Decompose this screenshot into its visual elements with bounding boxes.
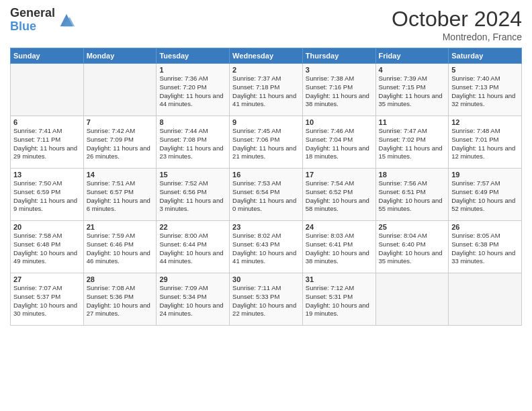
calendar-cell: 7Sunrise: 7:42 AMSunset: 7:09 PMDaylight… (83, 116, 157, 169)
day-info: Sunrise: 7:48 AMSunset: 7:01 PMDaylight:… (451, 127, 519, 161)
week-row-1: 1Sunrise: 7:36 AMSunset: 7:20 PMDaylight… (11, 64, 522, 116)
calendar-cell: 21Sunrise: 7:59 AMSunset: 6:46 PMDayligh… (83, 221, 157, 273)
week-row-2: 6Sunrise: 7:41 AMSunset: 7:11 PMDaylight… (11, 116, 522, 169)
day-info: Sunrise: 7:50 AMSunset: 6:59 PMDaylight:… (13, 179, 81, 214)
day-header-sunday: Sunday (11, 48, 84, 64)
day-info: Sunrise: 7:51 AMSunset: 6:57 PMDaylight:… (87, 179, 154, 214)
calendar-cell: 11Sunrise: 7:47 AMSunset: 7:02 PMDayligh… (375, 116, 449, 169)
calendar-cell: 17Sunrise: 7:54 AMSunset: 6:52 PMDayligh… (302, 169, 375, 221)
day-info: Sunrise: 8:03 AMSunset: 6:41 PMDaylight:… (306, 232, 373, 266)
calendar-cell: 2Sunrise: 7:37 AMSunset: 7:18 PMDaylight… (230, 64, 303, 116)
logo-general: General (10, 7, 55, 20)
day-number: 4 (379, 66, 446, 74)
logo-text: General Blue (10, 7, 55, 34)
day-header-thursday: Thursday (302, 48, 375, 64)
day-number: 29 (159, 275, 226, 283)
day-info: Sunrise: 7:36 AMSunset: 7:20 PMDaylight:… (159, 75, 226, 109)
day-info: Sunrise: 7:09 AMSunset: 5:34 PMDaylight:… (159, 284, 226, 318)
day-info: Sunrise: 7:52 AMSunset: 6:56 PMDaylight:… (159, 179, 226, 214)
header-row: SundayMondayTuesdayWednesdayThursdayFrid… (11, 48, 522, 64)
day-header-tuesday: Tuesday (157, 48, 230, 64)
day-info: Sunrise: 7:11 AMSunset: 5:33 PMDaylight:… (232, 284, 300, 318)
day-info: Sunrise: 7:42 AMSunset: 7:09 PMDaylight:… (87, 127, 154, 161)
main-container: General Blue October 2024 Montredon, Fra… (0, 0, 532, 332)
calendar-cell (449, 273, 522, 326)
day-number: 3 (306, 66, 373, 74)
day-info: Sunrise: 7:38 AMSunset: 7:16 PMDaylight:… (306, 75, 373, 109)
calendar-cell: 8Sunrise: 7:44 AMSunset: 7:08 PMDaylight… (157, 116, 230, 169)
day-info: Sunrise: 8:02 AMSunset: 6:43 PMDaylight:… (232, 232, 300, 266)
calendar-cell: 10Sunrise: 7:46 AMSunset: 7:04 PMDayligh… (302, 116, 375, 169)
day-number: 30 (232, 275, 300, 283)
calendar-cell: 9Sunrise: 7:45 AMSunset: 7:06 PMDaylight… (230, 116, 303, 169)
day-number: 28 (87, 275, 154, 283)
day-info: Sunrise: 7:40 AMSunset: 7:13 PMDaylight:… (451, 75, 519, 109)
day-header-saturday: Saturday (449, 48, 522, 64)
day-info: Sunrise: 8:04 AMSunset: 6:40 PMDaylight:… (379, 232, 446, 266)
calendar-cell (375, 273, 449, 326)
calendar-cell: 1Sunrise: 7:36 AMSunset: 7:20 PMDaylight… (157, 64, 230, 116)
header: General Blue October 2024 Montredon, Fra… (10, 7, 522, 42)
calendar-cell: 27Sunrise: 7:07 AMSunset: 5:37 PMDayligh… (11, 273, 84, 326)
day-info: Sunrise: 7:39 AMSunset: 7:15 PMDaylight:… (379, 75, 446, 109)
day-number: 22 (159, 223, 226, 231)
calendar-cell: 12Sunrise: 7:48 AMSunset: 7:01 PMDayligh… (449, 116, 522, 169)
calendar-cell: 5Sunrise: 7:40 AMSunset: 7:13 PMDaylight… (449, 64, 522, 116)
day-number: 27 (13, 275, 81, 283)
day-number: 13 (13, 171, 81, 179)
calendar-cell: 6Sunrise: 7:41 AMSunset: 7:11 PMDaylight… (11, 116, 84, 169)
day-number: 23 (232, 223, 300, 231)
day-info: Sunrise: 7:45 AMSunset: 7:06 PMDaylight:… (232, 127, 300, 161)
day-number: 15 (159, 171, 226, 179)
calendar-table: SundayMondayTuesdayWednesdayThursdayFrid… (10, 48, 522, 326)
location: Montredon, France (392, 32, 522, 42)
day-number: 6 (13, 118, 81, 126)
day-number: 21 (87, 223, 154, 231)
day-info: Sunrise: 7:58 AMSunset: 6:48 PMDaylight:… (13, 232, 81, 266)
day-info: Sunrise: 7:47 AMSunset: 7:02 PMDaylight:… (379, 127, 446, 161)
day-info: Sunrise: 7:46 AMSunset: 7:04 PMDaylight:… (306, 127, 373, 161)
day-number: 19 (451, 171, 519, 179)
calendar-cell: 23Sunrise: 8:02 AMSunset: 6:43 PMDayligh… (230, 221, 303, 273)
calendar-cell: 18Sunrise: 7:56 AMSunset: 6:51 PMDayligh… (375, 169, 449, 221)
day-number: 18 (379, 171, 446, 179)
day-number: 5 (451, 66, 519, 74)
logo: General Blue (10, 7, 76, 34)
day-number: 24 (306, 223, 373, 231)
day-info: Sunrise: 7:57 AMSunset: 6:49 PMDaylight:… (451, 179, 519, 214)
day-number: 17 (306, 171, 373, 179)
day-number: 11 (379, 118, 446, 126)
calendar-cell: 28Sunrise: 7:08 AMSunset: 5:36 PMDayligh… (83, 273, 157, 326)
day-number: 14 (87, 171, 154, 179)
calendar-cell: 14Sunrise: 7:51 AMSunset: 6:57 PMDayligh… (83, 169, 157, 221)
calendar-cell: 3Sunrise: 7:38 AMSunset: 7:16 PMDaylight… (302, 64, 375, 116)
day-number: 20 (13, 223, 81, 231)
day-info: Sunrise: 8:05 AMSunset: 6:38 PMDaylight:… (451, 232, 519, 266)
title-block: October 2024 Montredon, France (392, 7, 522, 42)
day-info: Sunrise: 7:53 AMSunset: 6:54 PMDaylight:… (232, 179, 300, 214)
month-title: October 2024 (392, 7, 522, 32)
day-number: 12 (451, 118, 519, 126)
calendar-cell: 24Sunrise: 8:03 AMSunset: 6:41 PMDayligh… (302, 221, 375, 273)
calendar-cell: 22Sunrise: 8:00 AMSunset: 6:44 PMDayligh… (157, 221, 230, 273)
day-number: 16 (232, 171, 300, 179)
calendar-cell (83, 64, 157, 116)
calendar-cell: 29Sunrise: 7:09 AMSunset: 5:34 PMDayligh… (157, 273, 230, 326)
week-row-5: 27Sunrise: 7:07 AMSunset: 5:37 PMDayligh… (11, 273, 522, 326)
week-row-3: 13Sunrise: 7:50 AMSunset: 6:59 PMDayligh… (11, 169, 522, 221)
day-number: 7 (87, 118, 154, 126)
day-info: Sunrise: 7:56 AMSunset: 6:51 PMDaylight:… (379, 179, 446, 214)
day-number: 10 (306, 118, 373, 126)
week-row-4: 20Sunrise: 7:58 AMSunset: 6:48 PMDayligh… (11, 221, 522, 273)
day-info: Sunrise: 7:41 AMSunset: 7:11 PMDaylight:… (13, 127, 81, 161)
calendar-cell: 30Sunrise: 7:11 AMSunset: 5:33 PMDayligh… (230, 273, 303, 326)
calendar-cell: 16Sunrise: 7:53 AMSunset: 6:54 PMDayligh… (230, 169, 303, 221)
day-header-wednesday: Wednesday (230, 48, 303, 64)
day-header-monday: Monday (83, 48, 157, 64)
day-info: Sunrise: 8:00 AMSunset: 6:44 PMDaylight:… (159, 232, 226, 266)
day-number: 31 (306, 275, 373, 283)
day-number: 26 (451, 223, 519, 231)
calendar-cell: 4Sunrise: 7:39 AMSunset: 7:15 PMDaylight… (375, 64, 449, 116)
calendar-cell: 15Sunrise: 7:52 AMSunset: 6:56 PMDayligh… (157, 169, 230, 221)
day-info: Sunrise: 7:37 AMSunset: 7:18 PMDaylight:… (232, 75, 300, 109)
